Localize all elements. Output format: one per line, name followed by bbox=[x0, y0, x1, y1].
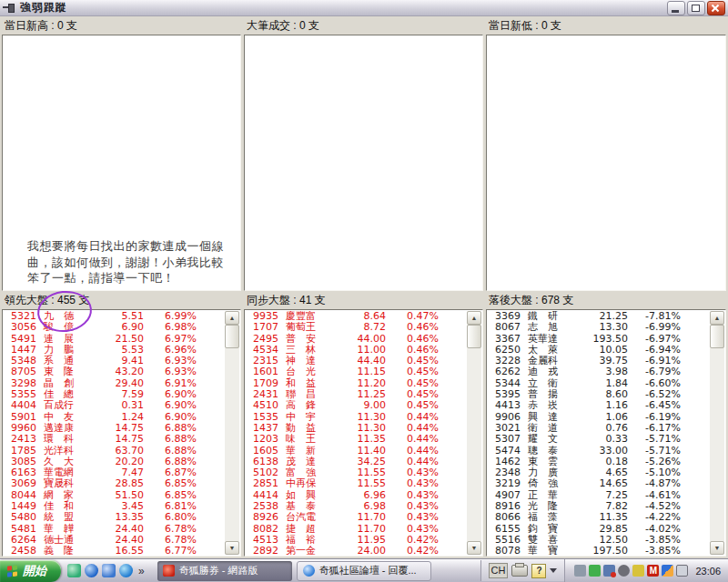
stock-row[interactable]: 5474聰 泰33.00-5.71% bbox=[488, 446, 710, 457]
stock-name: 第一金 bbox=[286, 546, 342, 555]
task-button-label: 奇狐社區論壇 - 回覆... bbox=[319, 564, 417, 577]
tray-update-icon[interactable] bbox=[618, 565, 630, 577]
stock-price: 9.00 bbox=[342, 400, 386, 411]
stock-name: 義 隆 bbox=[44, 546, 100, 555]
help-icon[interactable]: ? bbox=[531, 564, 546, 578]
stock-row[interactable]: 1605華 新11.400.44% bbox=[246, 446, 467, 457]
system-tray: M 23:06 bbox=[564, 559, 728, 582]
stock-row[interactable]: 2413環 科14.756.88% bbox=[4, 434, 225, 445]
stock-price: 13.30 bbox=[584, 322, 628, 333]
stock-row[interactable]: 8067志 旭13.30-6.99% bbox=[488, 322, 710, 333]
ie-quick-launch-icon[interactable] bbox=[119, 564, 133, 577]
scroll-track[interactable] bbox=[225, 348, 239, 541]
scrollbar[interactable]: ▲ ▼ bbox=[467, 311, 481, 555]
stock-row[interactable]: 8066福 藻11.35-4.22% bbox=[488, 512, 710, 523]
stock-pct: 6.93% bbox=[144, 366, 197, 377]
annotation-line: 我想要將每日找出的家數連成一個線 bbox=[27, 238, 228, 255]
start-button-label: 開始 bbox=[23, 563, 46, 579]
scrollbar[interactable]: ▲ ▼ bbox=[225, 311, 239, 555]
scroll-down-button[interactable]: ▼ bbox=[225, 541, 239, 555]
restore-button[interactable] bbox=[687, 1, 705, 15]
task-button-forum[interactable]: 奇狐社區論壇 - 回覆... bbox=[297, 561, 431, 581]
quick-launch-icon-1[interactable] bbox=[67, 564, 81, 577]
stock-row[interactable]: 8078華 寶197.50-3.85% bbox=[488, 546, 710, 555]
stock-price: 3.98 bbox=[584, 366, 628, 377]
stock-row[interactable]: 5307耀 文0.33-5.71% bbox=[488, 434, 710, 445]
stock-code: 2413 bbox=[11, 434, 44, 445]
quick-launch-icon-2[interactable] bbox=[85, 564, 98, 577]
stock-row[interactable]: 4413赤 崁1.16-6.45% bbox=[488, 400, 710, 411]
scroll-thumb[interactable] bbox=[710, 325, 724, 348]
stock-price: 11.35 bbox=[342, 434, 386, 445]
stock-row[interactable]: 1707葡萄王8.720.46% bbox=[246, 322, 467, 333]
stock-code: 8067 bbox=[495, 322, 528, 333]
big-trades-listbox[interactable] bbox=[244, 35, 483, 291]
stock-row[interactable]: 8926台汽電11.700.43% bbox=[246, 512, 467, 523]
lagging-listbox[interactable]: 3369鐵 研21.25-7.81%8067志 旭13.30-6.99%3367… bbox=[486, 309, 726, 557]
stock-row[interactable]: 6262迪 戎3.98-6.79% bbox=[488, 366, 710, 377]
printer-icon[interactable] bbox=[511, 565, 528, 577]
language-indicator[interactable]: CH bbox=[489, 563, 509, 578]
start-button[interactable]: 開始 bbox=[0, 560, 61, 582]
chevron-more-icon[interactable]: » bbox=[136, 565, 147, 577]
tray-messenger-icon[interactable] bbox=[662, 565, 673, 577]
close-button[interactable] bbox=[707, 1, 725, 15]
scroll-down-button[interactable]: ▼ bbox=[467, 541, 481, 555]
stock-price: 14.75 bbox=[100, 434, 144, 445]
panel-day-new-low: 當日新低 : 0 支 bbox=[486, 16, 726, 291]
stock-price: 11.15 bbox=[342, 366, 386, 377]
stock-code: 4510 bbox=[253, 400, 286, 411]
taskbar: 開始 » 奇狐勝券 - 網路版 奇狐社區論壇 - 回覆... CH ? M 23… bbox=[0, 558, 728, 582]
stock-name: 東 隆 bbox=[44, 366, 100, 377]
minimize-button[interactable] bbox=[667, 1, 685, 15]
title-bar[interactable]: 強弱跟蹤 bbox=[0, 0, 728, 16]
stock-row[interactable]: 1601台 光11.150.45% bbox=[246, 366, 467, 377]
tray-display-icon[interactable] bbox=[676, 565, 688, 577]
scroll-track[interactable] bbox=[710, 348, 724, 541]
panel-lagging-market: 落後大盤 : 678 支 3369鐵 研21.25-7.81%8067志 旭13… bbox=[486, 291, 726, 557]
scroll-up-button[interactable]: ▲ bbox=[710, 311, 724, 325]
stock-pct: 0.44% bbox=[386, 434, 439, 445]
stock-row[interactable]: 4404百成行0.316.90% bbox=[4, 400, 225, 411]
tray-m-icon[interactable]: M bbox=[647, 565, 659, 577]
sync-listbox[interactable]: 9935慶豐富8.640.47%1707葡萄王8.720.46%2495普 安4… bbox=[244, 309, 483, 557]
stock-row[interactable]: 3069寶晟科28.856.85% bbox=[4, 478, 225, 489]
scrollbar[interactable]: ▲ ▼ bbox=[710, 311, 724, 555]
stock-pct: 6.80% bbox=[144, 512, 197, 523]
scroll-up-button[interactable]: ▲ bbox=[467, 311, 481, 325]
stock-name: 台 光 bbox=[286, 366, 342, 377]
stock-pct: 0.45% bbox=[386, 366, 439, 377]
tray-network-offline-icon[interactable] bbox=[603, 565, 615, 577]
language-bar-options-icon[interactable] bbox=[550, 568, 557, 573]
stock-row[interactable]: 3219倚 強14.65-4.87% bbox=[488, 478, 710, 489]
stock-code: 5307 bbox=[495, 434, 528, 445]
tray-pen-input-icon[interactable] bbox=[632, 565, 644, 577]
scroll-track[interactable] bbox=[467, 348, 481, 541]
stock-name: 台汽電 bbox=[286, 512, 342, 523]
day-new-low-listbox[interactable] bbox=[486, 35, 726, 291]
tray-clock[interactable]: 23:06 bbox=[695, 566, 721, 577]
stock-row[interactable]: 4510高 鋒9.000.45% bbox=[246, 400, 467, 411]
stock-row[interactable]: 2851中再保11.550.43% bbox=[246, 478, 467, 489]
user-question-annotation: 我想要將每日找出的家數連成一個線 曲，該如何做到，謝謝！小弟我比較 笨了一點，請… bbox=[27, 238, 228, 286]
stock-row[interactable]: 8705東 隆43.206.93% bbox=[4, 366, 225, 377]
stock-pct: 0.46% bbox=[386, 322, 439, 333]
stock-pct: 6.98% bbox=[144, 322, 197, 333]
panel-big-trades: 大筆成交 : 0 支 bbox=[244, 16, 483, 291]
stock-row[interactable]: 1785光洋科63.706.88% bbox=[4, 446, 225, 457]
scroll-thumb[interactable] bbox=[225, 325, 239, 348]
stock-name: 華 寶 bbox=[528, 546, 584, 555]
stock-row[interactable]: 2458義 隆16.556.77% bbox=[4, 546, 225, 555]
leading-listbox[interactable]: 5321九 德5.516.99%3056駿 億6.906.98%5491連 展2… bbox=[2, 309, 241, 557]
stock-row[interactable]: 2892第一金24.000.42% bbox=[246, 546, 467, 555]
scroll-up-button[interactable]: ▲ bbox=[225, 311, 239, 325]
scroll-thumb[interactable] bbox=[467, 325, 481, 348]
scroll-down-button[interactable]: ▼ bbox=[710, 541, 724, 555]
tray-mobile-icon[interactable] bbox=[574, 565, 586, 577]
stock-row[interactable]: 1203味 王11.350.44% bbox=[246, 434, 467, 445]
stock-row[interactable]: 5480統 盟13.356.80% bbox=[4, 512, 225, 523]
task-button-qifox[interactable]: 奇狐勝券 - 網路版 bbox=[157, 561, 292, 581]
quick-launch-icon-3[interactable] bbox=[102, 564, 116, 577]
tray-antivirus-icon[interactable] bbox=[589, 565, 601, 577]
stock-row[interactable]: 3056駿 億6.906.98% bbox=[4, 322, 225, 333]
